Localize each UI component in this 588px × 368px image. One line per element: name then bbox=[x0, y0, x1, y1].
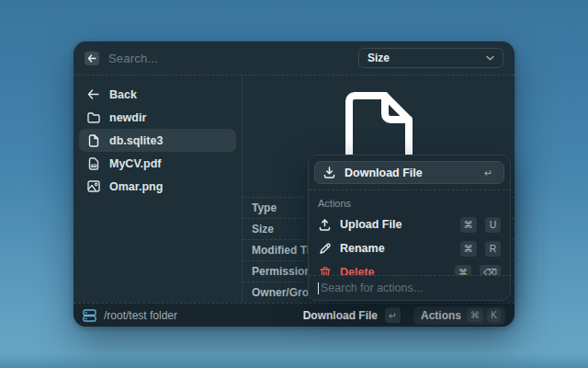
pdf-file-icon: PDF bbox=[86, 157, 100, 170]
sidebar-item-label: newdir bbox=[109, 111, 146, 124]
cmd-key-badge: ⌘ bbox=[460, 241, 478, 257]
arrow-left-icon bbox=[86, 89, 100, 99]
sidebar-item-label: Back bbox=[109, 88, 137, 101]
cmd-key-badge: ⌘ bbox=[455, 265, 472, 276]
text-caret bbox=[318, 282, 319, 294]
sidebar-item-newdir[interactable]: newdir bbox=[79, 106, 236, 129]
download-icon bbox=[322, 167, 336, 178]
image-file-icon bbox=[86, 180, 100, 192]
top-bar: Search... Size bbox=[74, 41, 514, 75]
trash-icon bbox=[318, 267, 332, 276]
cmd-key-badge: ⌘ bbox=[460, 217, 478, 233]
popup-item-upload-file[interactable]: Upload File ⌘ U bbox=[316, 213, 503, 236]
actions-button-label: Actions bbox=[421, 309, 461, 322]
popup-item-label: Download File bbox=[345, 167, 472, 179]
popup-action-list: Actions Upload File ⌘ U Rename ⌘ R Delet… bbox=[309, 190, 510, 275]
popup-item-label: Delete bbox=[340, 266, 447, 275]
upload-icon bbox=[318, 219, 332, 231]
sidebar-item-label: Omar.png bbox=[109, 180, 163, 193]
sidebar-item-label: MyCV.pdf bbox=[109, 157, 162, 170]
status-bar: /root/test folder Download File ↵ Action… bbox=[74, 303, 514, 327]
download-file-action[interactable]: Download File bbox=[303, 309, 378, 322]
detail-label-type: Type bbox=[252, 201, 277, 214]
server-icon bbox=[83, 309, 96, 322]
sidebar-item-db-sqlite3[interactable]: db.sqlite3 bbox=[79, 129, 236, 152]
sidebar-item-omar-png[interactable]: Omar.png bbox=[79, 175, 236, 198]
pencil-icon bbox=[318, 243, 332, 255]
actions-popup: Download File ↵ Actions Upload File ⌘ U … bbox=[308, 155, 511, 301]
folder-icon bbox=[86, 112, 100, 123]
svg-text:PDF: PDF bbox=[90, 164, 96, 167]
sidebar-item-back[interactable]: Back bbox=[79, 83, 236, 106]
sort-dropdown[interactable]: Size bbox=[358, 48, 503, 68]
sidebar-item-mycv-pdf[interactable]: PDF MyCV.pdf bbox=[79, 152, 236, 175]
current-path: /root/test folder bbox=[104, 309, 296, 322]
chevron-down-icon bbox=[486, 55, 494, 61]
popup-item-rename[interactable]: Rename ⌘ R bbox=[316, 236, 503, 260]
k-key-badge: K bbox=[487, 308, 501, 322]
popup-item-label: Rename bbox=[340, 242, 452, 255]
popup-search-input[interactable]: Search for actions... bbox=[309, 275, 510, 300]
enter-key-badge: ↵ bbox=[481, 165, 496, 180]
popup-item-delete[interactable]: Delete ⌘ ⌫ bbox=[316, 260, 503, 275]
backspace-key-badge: ⌫ bbox=[480, 265, 501, 276]
enter-key-badge: ↵ bbox=[385, 307, 401, 323]
popup-section-label: Actions bbox=[318, 198, 501, 209]
r-key-badge: R bbox=[485, 241, 501, 257]
cmd-key-badge: ⌘ bbox=[467, 308, 483, 322]
sort-dropdown-label: Size bbox=[368, 52, 486, 64]
popup-search-placeholder: Search for actions... bbox=[321, 282, 423, 294]
arrow-left-icon bbox=[87, 54, 96, 63]
sidebar-item-label: db.sqlite3 bbox=[109, 134, 163, 147]
popup-item-download-file[interactable]: Download File ↵ bbox=[314, 161, 504, 184]
actions-button[interactable]: Actions ⌘ K bbox=[413, 306, 505, 325]
search-input[interactable]: Search... bbox=[108, 52, 358, 65]
sidebar: Back newdir db.sqlite3 PDF MyCV.pdf bbox=[74, 75, 243, 303]
u-key-badge: U bbox=[485, 217, 501, 233]
detail-label-size: Size bbox=[252, 223, 274, 236]
back-button[interactable] bbox=[85, 52, 99, 65]
popup-item-label: Upload File bbox=[340, 218, 452, 231]
file-icon bbox=[86, 134, 100, 147]
